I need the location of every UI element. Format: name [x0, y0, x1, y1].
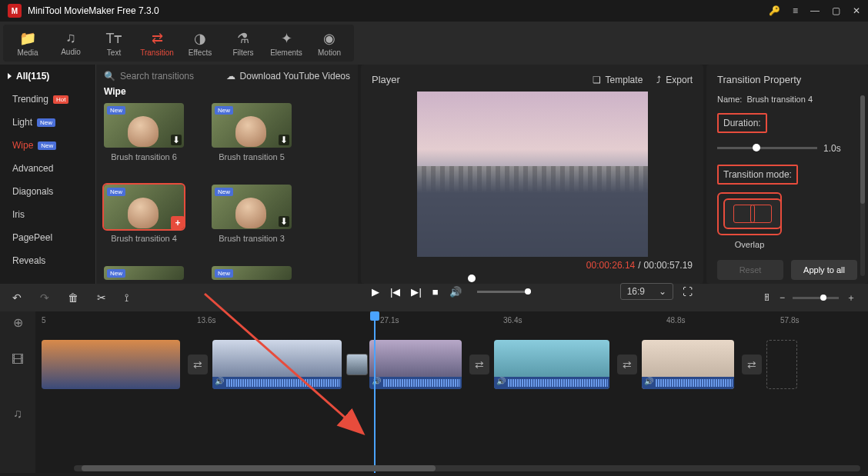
clip-4[interactable] — [494, 340, 609, 389]
zoom-in-button[interactable]: ＋ — [846, 291, 856, 305]
app-title: MiniTool MovieMaker Free 7.3.0 — [28, 5, 769, 16]
clip-2[interactable] — [212, 340, 342, 389]
search-transitions[interactable]: 🔍 Search transitions — [104, 71, 220, 82]
sidebar-item-diagonals[interactable]: Diagonals — [0, 180, 95, 203]
menu-icon[interactable]: ≡ — [793, 5, 798, 16]
tool-audio[interactable]: ♫Audio — [49, 28, 92, 58]
mode-label: Transition mode: — [717, 165, 798, 185]
folder-icon: 📁 — [19, 30, 36, 47]
thumb-brush-transition-6[interactable]: New⬇Brush transition 6 — [104, 103, 184, 161]
clip-5[interactable] — [642, 340, 734, 389]
download-youtube-link[interactable]: ☁ Download YouTube Videos — [226, 71, 350, 82]
badge: New — [37, 118, 55, 127]
zoom-slider[interactable] — [793, 297, 839, 299]
timeline-scrollbar[interactable] — [74, 465, 860, 471]
chevron-down-icon: ⌄ — [659, 286, 666, 297]
volume-icon[interactable]: 🔊 — [449, 286, 462, 298]
sidebar-item-pagepeel[interactable]: PagePeel — [0, 226, 95, 249]
duration-label: Duration: — [717, 113, 767, 133]
video-track[interactable]: ⇄ ⇄ ⇄ ⇄ — [35, 333, 868, 396]
tool-text[interactable]: TᴛText — [92, 28, 135, 58]
timeline-ruler[interactable]: 5 13.6s 27.1s 36.4s 48.8s 57.8s — [35, 311, 868, 333]
mode-overlap-label: Overlap — [717, 240, 782, 249]
tool-media[interactable]: 📁Media — [6, 28, 49, 58]
sidebar-item-iris[interactable]: Iris — [0, 203, 95, 226]
add-track-button[interactable]: ⊕ — [0, 311, 35, 333]
cloud-download-icon: ☁ — [226, 71, 235, 82]
download-icon[interactable]: ⬇ — [279, 135, 289, 145]
thumb-partial[interactable]: New — [104, 266, 184, 280]
tool-transition[interactable]: ⇄Transition — [135, 28, 179, 58]
category-sidebar: All(115) TrendingHotLightNewWipeNewAdvan… — [0, 65, 96, 284]
apply-all-button[interactable]: Apply to all — [791, 260, 857, 280]
template-icon: ❏ — [593, 75, 601, 85]
template-button[interactable]: ❏Template — [593, 75, 643, 85]
main-toolbar: 📁Media ♫Audio TᴛText ⇄Transition ◑Effect… — [0, 22, 868, 65]
thumb-brush-transition-4[interactable]: New+Brush transition 4 — [104, 185, 184, 243]
playhead[interactable] — [374, 311, 376, 473]
add-icon[interactable]: + — [171, 216, 184, 229]
elements-icon: ✦ — [281, 30, 292, 47]
thumb-brush-transition-5[interactable]: New⬇Brush transition 5 — [212, 103, 292, 161]
duration-value: 1.0s — [823, 143, 841, 154]
search-icon: 🔍 — [104, 71, 115, 82]
volume-slider[interactable] — [477, 291, 531, 293]
new-badge: New — [107, 188, 125, 196]
sidebar-item-trending[interactable]: TrendingHot — [0, 88, 95, 111]
minimize-icon[interactable]: — — [810, 5, 820, 16]
sidebar-item-light[interactable]: LightNew — [0, 111, 95, 134]
zoom-out-button[interactable]: − — [780, 292, 785, 303]
clip-1[interactable] — [42, 340, 180, 389]
next-frame-button[interactable]: ▶| — [411, 286, 421, 298]
transition-slot-2[interactable]: ⇄ — [469, 355, 489, 374]
tool-filters[interactable]: ⚗Filters — [222, 28, 265, 58]
video-preview[interactable] — [372, 92, 693, 257]
time-total: 00:00:57.19 — [644, 260, 693, 271]
stop-button[interactable]: ■ — [432, 286, 439, 298]
delete-button[interactable]: 🗑 — [68, 291, 78, 304]
export-button[interactable]: ⤴Export — [656, 75, 693, 85]
play-button[interactable]: ▶ — [372, 286, 379, 298]
key-icon[interactable]: 🔑 — [769, 5, 780, 16]
transition-slot-1[interactable]: ⇄ — [188, 355, 208, 374]
tool-elements[interactable]: ✦Elements — [265, 28, 308, 58]
undo-button[interactable]: ↶ — [12, 291, 22, 304]
thumb-brush-transition-3[interactable]: New⬇Brush transition 3 — [212, 185, 292, 243]
redo-button[interactable]: ↷ — [40, 291, 49, 304]
new-badge: New — [107, 106, 125, 115]
maximize-icon[interactable]: ▢ — [832, 5, 840, 16]
reset-button[interactable]: Reset — [717, 260, 783, 280]
tool-effects[interactable]: ◑Effects — [179, 28, 222, 58]
thumb-partial[interactable]: New — [212, 266, 292, 280]
property-scrollbar[interactable] — [860, 95, 865, 276]
crop-button[interactable]: ⟟ — [125, 291, 129, 305]
sidebar-item-advanced[interactable]: Advanced — [0, 157, 95, 180]
sidebar-header[interactable]: All(115) — [0, 65, 95, 88]
sidebar-item-reveals[interactable]: Reveals — [0, 249, 95, 272]
badge: New — [38, 141, 56, 150]
transition-slot-4[interactable]: ⇄ — [742, 355, 762, 374]
duration-slider[interactable] — [717, 147, 817, 149]
transition-applied[interactable] — [346, 354, 368, 375]
aspect-ratio-select[interactable]: 16:9 ⌄ — [620, 283, 673, 300]
clip-empty[interactable] — [766, 340, 797, 389]
download-icon[interactable]: ⬇ — [171, 135, 182, 145]
fullscreen-button[interactable]: ⛶ — [683, 286, 693, 298]
tool-motion[interactable]: ◉Motion — [308, 28, 351, 58]
music-icon: ♫ — [65, 30, 76, 46]
sidebar-item-wipe[interactable]: WipeNew — [0, 134, 95, 157]
mode-overlap[interactable] — [723, 198, 782, 229]
clip-3[interactable] — [369, 340, 462, 389]
new-badge: New — [215, 188, 233, 196]
cut-button[interactable]: ✂ — [97, 291, 106, 304]
prev-frame-button[interactable]: |◀ — [390, 286, 400, 298]
time-current: 00:00:26.14 — [586, 260, 635, 271]
filters-icon: ⚗ — [237, 30, 249, 47]
category-title: Wipe — [104, 86, 350, 97]
export-icon: ⤴ — [656, 75, 661, 85]
transition-slot-3[interactable]: ⇄ — [617, 355, 637, 374]
new-badge: New — [215, 106, 233, 115]
download-icon[interactable]: ⬇ — [279, 216, 289, 227]
audio-meter-icon[interactable]: 🎚 — [763, 292, 772, 303]
close-icon[interactable]: ✕ — [853, 5, 860, 16]
